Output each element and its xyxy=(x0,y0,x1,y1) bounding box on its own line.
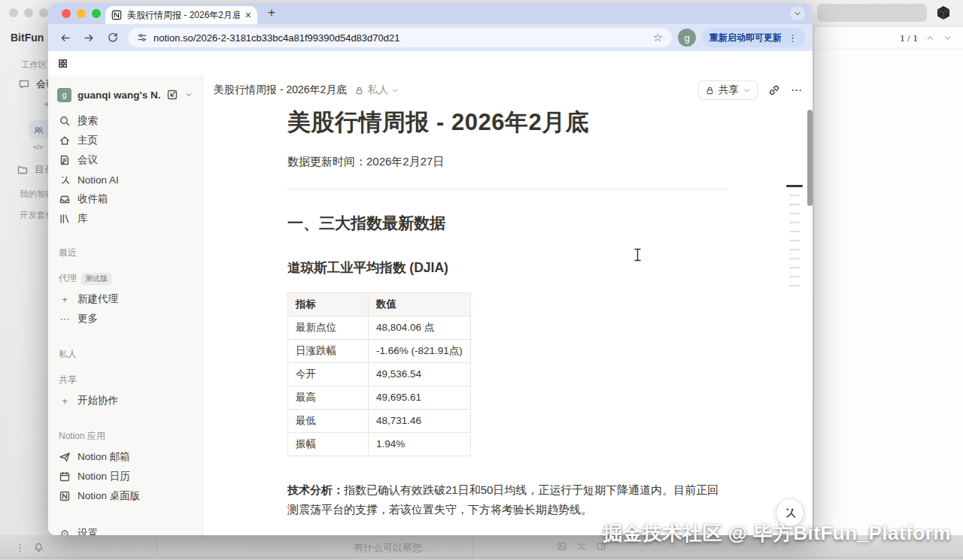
compose-icon[interactable] xyxy=(166,89,178,101)
table-row: 今开 49,536.54 xyxy=(288,362,471,386)
divider xyxy=(156,538,157,558)
browser-window: 美股行情周报 - 2026年2月底 × + notion.so/2026-2-3… xyxy=(48,3,813,535)
table-cell[interactable]: 1.94% xyxy=(369,432,471,456)
sidebar-item-home[interactable]: 主页 xyxy=(48,131,202,150)
sidebar-item-notion-mail[interactable]: Notion 邮箱 xyxy=(48,447,202,467)
breadcrumb[interactable]: 美股行情周报 - 2026年2月底 xyxy=(214,83,347,97)
sidebar-item-inbox[interactable]: 收件箱 xyxy=(48,189,202,209)
chevron-down-icon[interactable] xyxy=(943,33,952,43)
page-menu-icon[interactable]: ⋯ xyxy=(791,83,802,97)
table-cell[interactable]: 48,731.46 xyxy=(369,409,471,432)
table-cell[interactable]: 最低 xyxy=(288,409,369,432)
workflow-icon[interactable] xyxy=(576,541,587,552)
chevron-up-icon[interactable] xyxy=(925,33,935,43)
new-tab-button[interactable]: + xyxy=(268,5,275,20)
browser-toolbar: notion.so/2026-2-3181cb33bc4a81f99390d54… xyxy=(48,24,813,51)
browser-profile-avatar[interactable]: g xyxy=(678,29,696,47)
table-cell[interactable]: 今开 xyxy=(288,362,369,386)
meeting-notes-icon xyxy=(59,154,71,166)
table-row: 最新点位 48,804.06 点 xyxy=(288,316,471,339)
table-row: 振幅 1.94% xyxy=(288,432,471,456)
notion-favicon xyxy=(111,10,122,20)
workspace-avatar: g xyxy=(57,88,71,102)
text-cursor xyxy=(633,248,642,265)
back-button[interactable] xyxy=(56,29,74,47)
workspace-name: guanqi wang's N... xyxy=(77,89,160,101)
sidebar-item-notion-ai[interactable]: Notion AI xyxy=(48,170,202,189)
share-button[interactable]: 共享 xyxy=(698,80,758,100)
table-cell[interactable]: 日涨跌幅 xyxy=(288,339,369,362)
sidebar-item-library[interactable]: 库 xyxy=(48,209,202,229)
bitfun-chat-toolbar xyxy=(557,541,606,552)
address-bar[interactable]: notion.so/2026-2-3181cb33bc4a81f99390d54… xyxy=(128,28,672,47)
folder-icon xyxy=(17,164,29,176)
close-window-button[interactable] xyxy=(62,9,71,18)
browser-tab[interactable]: 美股行情周报 - 2026年2月底 × xyxy=(105,6,257,24)
page-counter: 1 / 1 xyxy=(900,32,918,44)
updated-at[interactable]: 数据更新时间：2026年2月27日 xyxy=(287,155,728,169)
table-cell[interactable]: 振幅 xyxy=(288,432,369,456)
bitfun-app-title: BitFun xyxy=(11,32,44,44)
workspace-switcher[interactable]: g guanqi wang's N... xyxy=(48,84,202,105)
image-icon[interactable] xyxy=(557,541,567,552)
analysis-paragraph[interactable]: 技术分析：指数已确认有效跌破21日和50日均线，正运行于短期下降通道内。目前正回… xyxy=(287,480,728,520)
notion-ai-face-icon xyxy=(782,505,797,520)
sidebar-item-notion-desktop[interactable]: Notion 桌面版 xyxy=(48,486,202,506)
table-cell[interactable]: 最新点位 xyxy=(288,316,369,339)
table-of-contents-indicator[interactable] xyxy=(785,185,804,294)
sidebar-item-new-agent[interactable]: + 新建代理 xyxy=(48,289,202,309)
table-header-cell[interactable]: 数值 xyxy=(369,292,471,316)
kebab-menu-icon[interactable]: ⋮ xyxy=(15,542,25,553)
sidebar-section-apps: Notion 应用 xyxy=(48,430,202,443)
chevron-down-icon[interactable] xyxy=(184,90,193,99)
sidebar-item-meetings[interactable]: 会议 xyxy=(48,150,202,170)
bitfun-chat-input[interactable]: 有什么可以帮您... xyxy=(354,541,430,555)
browser-tab-strip: 美股行情周报 - 2026年2月底 × + xyxy=(48,3,813,24)
privacy-status[interactable]: 私人 xyxy=(354,83,399,97)
djia-table[interactable]: 指标 数值 最新点位 48,804.06 点 日涨跌幅 -1.66% (-821… xyxy=(287,292,471,456)
analysis-text: 指数已确认有效跌破21日和50日均线，正运行于短期下降通道内。目前正回测震荡平台… xyxy=(287,483,718,516)
page-scrollbar[interactable] xyxy=(807,110,813,206)
djia-heading[interactable]: 道琼斯工业平均指数 (DJIA) xyxy=(287,259,728,277)
bitfun-traffic-lights[interactable] xyxy=(9,8,48,17)
table-cell[interactable]: 48,804.06 点 xyxy=(369,316,471,339)
sidebar-item-more[interactable]: ⋯ 更多 xyxy=(48,309,202,328)
apps-grid-icon[interactable] xyxy=(57,58,68,69)
sidebar-item-settings[interactable]: ⚙ 设置 xyxy=(48,524,202,535)
sidebar-item-start-collab[interactable]: + 开始协作 xyxy=(48,391,202,410)
browser-menu-icon[interactable]: ⋮ xyxy=(788,32,797,44)
cube-icon xyxy=(935,5,952,24)
minimize-window-button[interactable] xyxy=(77,9,86,18)
bitfun-header-field xyxy=(817,4,927,22)
bell-icon[interactable] xyxy=(33,542,44,553)
divider xyxy=(472,538,473,558)
site-settings-icon[interactable] xyxy=(137,32,147,43)
copy-link-icon[interactable] xyxy=(768,84,780,96)
page-title[interactable]: 美股行情周报 - 2026年2月底 xyxy=(287,108,728,138)
browser-traffic-lights[interactable] xyxy=(62,9,101,18)
divider xyxy=(287,189,728,189)
bitfun-section-workspace: 工作区 xyxy=(21,59,47,71)
sidebar-item-search[interactable]: 搜索 xyxy=(48,111,202,131)
table-header-cell[interactable]: 指标 xyxy=(288,292,369,316)
lock-icon xyxy=(705,86,715,95)
tab-search-chevron[interactable] xyxy=(790,6,805,21)
chat-bubble-icon xyxy=(18,78,30,90)
section-heading[interactable]: 一、三大指数最新数据 xyxy=(287,213,728,234)
zoom-window-button[interactable] xyxy=(92,9,101,18)
bookmark-star-icon[interactable]: ☆ xyxy=(653,31,663,44)
browser-update-chip[interactable]: 重新启动即可更新 ⋮ xyxy=(702,28,805,47)
url-text[interactable]: notion.so/2026-2-3181cb33bc4a81f99390d54… xyxy=(153,32,647,44)
analysis-label: 技术分析： xyxy=(287,483,344,496)
reload-button[interactable] xyxy=(104,29,122,47)
tab-close-button[interactable]: × xyxy=(245,10,251,20)
page-counter-bar: 1 / 1 xyxy=(814,27,963,50)
notion-main: 美股行情周报 - 2026年2月底 私人 共享 ⋯ xyxy=(203,75,813,535)
table-cell[interactable]: 49,695.61 xyxy=(369,386,471,409)
chevron-down-icon xyxy=(743,86,751,95)
table-cell[interactable]: -1.66% (-821.91点) xyxy=(369,339,471,362)
forward-button[interactable] xyxy=(80,29,98,47)
table-cell[interactable]: 49,536.54 xyxy=(369,362,471,386)
sidebar-item-notion-calendar[interactable]: Notion 日历 xyxy=(48,467,202,486)
table-cell[interactable]: 最高 xyxy=(288,386,369,409)
